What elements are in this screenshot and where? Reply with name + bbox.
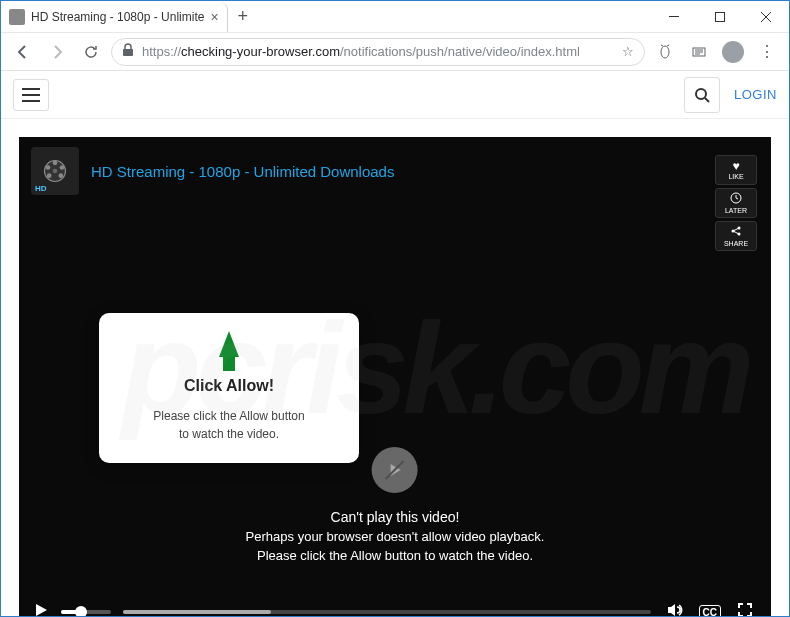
app-header: LOGIN: [1, 71, 789, 119]
lock-icon: [122, 43, 134, 60]
browser-tab[interactable]: HD Streaming - 1080p - Unlimite ×: [1, 2, 228, 32]
seek-bar[interactable]: [123, 610, 651, 614]
svg-rect-0: [669, 16, 679, 17]
browser-window: HD Streaming - 1080p - Unlimite × + http…: [0, 0, 790, 617]
fullscreen-button[interactable]: [733, 602, 757, 616]
tab-title: HD Streaming - 1080p - Unlimite: [31, 10, 204, 24]
forward-button[interactable]: [43, 38, 71, 66]
svg-point-10: [59, 173, 64, 178]
address-bar[interactable]: https://checking-your-browser.com/notifi…: [111, 38, 645, 66]
svg-point-3: [661, 46, 669, 58]
svg-point-12: [46, 165, 51, 170]
share-button[interactable]: SHARE: [715, 221, 757, 251]
volume-icon[interactable]: [663, 601, 687, 616]
svg-point-8: [53, 161, 58, 166]
like-label: LIKE: [728, 173, 743, 180]
clock-icon: [730, 192, 742, 206]
popup-line1: Please click the Allow button: [115, 407, 343, 425]
avatar-icon: [722, 41, 744, 63]
hd-badge: HD: [35, 184, 47, 193]
video-player: HD HD Streaming - 1080p - Unlimited Down…: [19, 137, 771, 616]
svg-rect-1: [716, 12, 725, 21]
minimize-button[interactable]: [651, 1, 697, 33]
video-side-actions: ♥ LIKE LATER SHARE: [715, 155, 757, 251]
play-disabled-icon: [372, 447, 418, 493]
arrow-up-icon: [115, 331, 343, 371]
video-controls: CC: [19, 592, 771, 616]
reload-button[interactable]: [77, 38, 105, 66]
close-tab-icon[interactable]: ×: [210, 9, 218, 25]
heart-icon: ♥: [732, 160, 739, 172]
titlebar: HD Streaming - 1080p - Unlimite × +: [1, 1, 789, 33]
maximize-button[interactable]: [697, 1, 743, 33]
play-button[interactable]: [33, 602, 49, 616]
svg-point-5: [696, 89, 706, 99]
svg-point-11: [47, 173, 52, 178]
extension-icon-1[interactable]: [651, 38, 679, 66]
error-title: Can't play this video!: [57, 509, 734, 525]
url-host: checking-your-browser.com: [181, 44, 340, 59]
volume-knob[interactable]: [75, 606, 87, 616]
volume-slider[interactable]: [61, 610, 111, 614]
search-button[interactable]: [684, 77, 720, 113]
share-label: SHARE: [724, 240, 748, 247]
error-line2: Please click the Allow button to watch t…: [57, 548, 734, 563]
hamburger-menu[interactable]: [13, 79, 49, 111]
video-header: HD HD Streaming - 1080p - Unlimited Down…: [19, 137, 771, 205]
bookmark-star-icon[interactable]: ☆: [622, 44, 634, 59]
popup-title: Click Allow!: [115, 377, 343, 395]
login-link[interactable]: LOGIN: [734, 87, 777, 102]
back-button[interactable]: [9, 38, 37, 66]
svg-point-9: [60, 165, 65, 170]
window-controls: [651, 1, 789, 33]
svg-point-7: [53, 169, 58, 174]
popup-line2: to watch the video.: [115, 425, 343, 443]
video-title: HD Streaming - 1080p - Unlimited Downloa…: [91, 163, 394, 180]
profile-avatar[interactable]: [719, 38, 747, 66]
like-button[interactable]: ♥ LIKE: [715, 155, 757, 185]
menu-button[interactable]: ⋮: [753, 38, 781, 66]
later-label: LATER: [725, 207, 747, 214]
share-icon: [730, 225, 742, 239]
url-path: /notifications/push/native/video/index.h…: [340, 44, 580, 59]
close-window-button[interactable]: [743, 1, 789, 33]
click-allow-popup: Click Allow! Please click the Allow butt…: [99, 313, 359, 463]
video-error-message: Can't play this video! Perhaps your brow…: [57, 447, 734, 567]
later-button[interactable]: LATER: [715, 188, 757, 218]
error-line1: Perhaps your browser doesn't allow video…: [57, 529, 734, 544]
url-scheme: https://: [142, 44, 181, 59]
extension-icon-2[interactable]: [685, 38, 713, 66]
tab-favicon: [9, 9, 25, 25]
captions-button[interactable]: CC: [699, 605, 721, 617]
address-bar-row: https://checking-your-browser.com/notifi…: [1, 33, 789, 71]
page-content: LOGIN pcrisk.com HD HD Streaming - 1080p…: [1, 71, 789, 616]
new-tab-button[interactable]: +: [228, 6, 259, 27]
svg-rect-2: [123, 49, 133, 56]
video-logo: HD: [31, 147, 79, 195]
